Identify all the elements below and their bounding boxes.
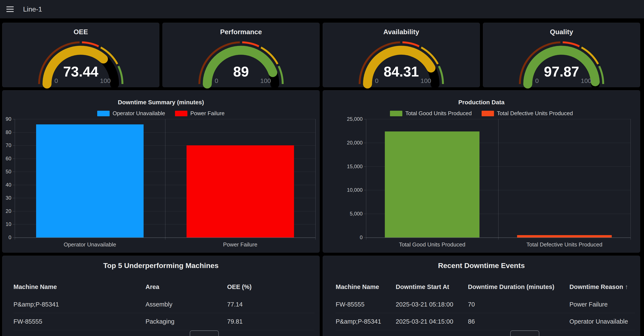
table-cell: Packaging: [146, 318, 227, 325]
gauge-max-label: 100: [96, 77, 115, 84]
y-axis-tick-label: 15,000: [323, 164, 362, 170]
column-header[interactable]: OEE (%): [227, 284, 314, 290]
y-axis-tick-label: 20: [2, 208, 11, 214]
bar-chart: 05,00010,00015,00020,00025,000Total Good…: [323, 90, 640, 252]
y-axis-tick: [12, 132, 15, 132]
y-axis-tick-label: 30: [2, 195, 11, 201]
table-cell: Operator Unavailable: [570, 318, 635, 325]
menu-icon[interactable]: [6, 6, 14, 12]
y-axis-tick: [12, 145, 15, 146]
panel-downtime-summary: Downtime Summary (minutes) Operator Unav…: [2, 90, 320, 253]
gauge-title: OEE: [2, 28, 159, 36]
y-axis-tick: [12, 119, 15, 119]
table-row: P&amp;P-85341Assembly77.14: [14, 296, 314, 313]
y-axis-tick: [12, 224, 15, 224]
table-cell: 77.14: [227, 301, 314, 308]
table-body: P&amp;P-85341Assembly77.14FW-85555Packag…: [14, 296, 314, 330]
column-header[interactable]: Machine Name: [14, 284, 146, 290]
y-axis-tick-label: 0: [2, 234, 11, 240]
table-header-row: Machine NameDowntime Start AtDowntime Du…: [336, 282, 635, 292]
table-row: P&amp;P-853412025-03-21 04:15:0086Operat…: [336, 313, 635, 330]
panel-production-data: Production Data Total Good Units Produce…: [323, 90, 640, 253]
gauge-min-label: 0: [367, 77, 386, 84]
gauge-max-label: 100: [576, 77, 596, 84]
y-axis-tick-label: 90: [2, 116, 11, 122]
panel-quality: Quality 97.87 0 100: [483, 23, 640, 87]
y-axis-tick: [12, 211, 15, 212]
table-title: Recent Downtime Events: [323, 262, 640, 270]
table-cell: 2025-03-21 04:15:00: [396, 318, 468, 325]
column-header[interactable]: Downtime Duration (minutes): [468, 284, 570, 290]
y-axis-tick: [364, 190, 366, 190]
y-axis-tick: [12, 238, 15, 238]
y-axis-tick: [12, 198, 15, 198]
y-axis-tick: [364, 214, 366, 214]
gauge-title: Quality: [483, 28, 640, 36]
y-axis-tick: [364, 166, 366, 167]
bar-first: [36, 124, 144, 238]
y-axis-tick: [364, 119, 366, 119]
gauge-title: Performance: [162, 28, 320, 36]
table-row: FW-855552025-03-21 05:18:0070Power Failu…: [336, 296, 635, 313]
gauge-value: 84.31: [323, 64, 480, 80]
bar-second: [517, 235, 612, 238]
axis-line: [366, 119, 366, 240]
gauge-max-label: 100: [416, 77, 436, 84]
gauge-max-label: 100: [256, 77, 275, 84]
y-axis-tick: [364, 238, 366, 238]
y-axis-tick: [364, 143, 366, 143]
y-axis-tick-label: 70: [2, 142, 11, 148]
axis-line: [15, 119, 15, 240]
y-axis-tick-label: 80: [2, 129, 11, 135]
gauge-value: 89: [162, 64, 320, 80]
top-navbar: Line-1: [0, 0, 644, 18]
table-cell: 70: [468, 301, 570, 308]
table-cell: FW-85555: [14, 318, 146, 325]
x-axis-line: [366, 238, 630, 238]
gauge-value: 73.44: [2, 64, 159, 80]
column-header[interactable]: Downtime Start At: [396, 284, 468, 290]
y-axis-tick-label: 0: [323, 234, 362, 240]
axis-line: [630, 119, 631, 240]
y-axis-tick-label: 40: [2, 182, 11, 188]
y-axis-tick: [12, 158, 15, 159]
gauge-min-label: 0: [46, 77, 66, 84]
x-axis-category-label: Total Defective Units Produced: [498, 241, 630, 248]
pagination-button[interactable]: [190, 330, 219, 336]
gauge-title: Availability: [323, 28, 480, 36]
table-cell: P&amp;P-85341: [14, 301, 146, 308]
y-axis-tick-label: 20,000: [323, 140, 362, 146]
axis-line: [165, 119, 166, 240]
x-axis-category-label: Power Failure: [165, 241, 316, 248]
x-axis-category-label: Total Good Units Produced: [366, 241, 498, 248]
panel-oee: OEE 73.44 0 100: [2, 23, 160, 87]
sort-ascending-icon: ↑: [625, 283, 628, 290]
table-row: FW-85555Packaging79.81: [14, 313, 314, 330]
table-cell: Power Failure: [570, 301, 635, 308]
y-axis-tick-label: 5,000: [323, 211, 362, 217]
pagination-button[interactable]: [510, 330, 539, 336]
table-title: Top 5 Underperforming Machines: [2, 262, 320, 270]
y-axis-tick-label: 10,000: [323, 187, 362, 193]
gauge-min-label: 0: [207, 77, 226, 84]
column-header[interactable]: Downtime Reason↑: [570, 283, 635, 290]
table-header-row: Machine NameAreaOEE (%): [14, 282, 314, 292]
y-axis-tick-label: 10: [2, 221, 11, 227]
panel-performance: Performance 89 0 100: [162, 23, 320, 87]
dashboard-title: Line-1: [23, 5, 42, 13]
column-header[interactable]: Area: [146, 284, 227, 290]
bar-chart: 0102030405060708090Operator UnavailableP…: [2, 90, 320, 252]
y-axis-tick-label: 25,000: [323, 116, 362, 122]
x-axis-line: [15, 238, 316, 238]
y-axis-tick-label: 50: [2, 169, 11, 175]
column-header[interactable]: Machine Name: [336, 284, 396, 290]
panel-top5-underperforming-machines: Top 5 Underperforming Machines Machine N…: [2, 256, 320, 336]
table-cell: 86: [468, 318, 570, 325]
gauge-value: 97.87: [483, 64, 640, 80]
axis-line: [498, 119, 498, 240]
bar-second: [186, 145, 294, 238]
panel-recent-downtime-events: Recent Downtime Events Machine NameDownt…: [323, 256, 640, 336]
gauge-min-label: 0: [527, 77, 546, 84]
bar-first: [385, 132, 480, 238]
y-axis-tick-label: 60: [2, 156, 11, 162]
